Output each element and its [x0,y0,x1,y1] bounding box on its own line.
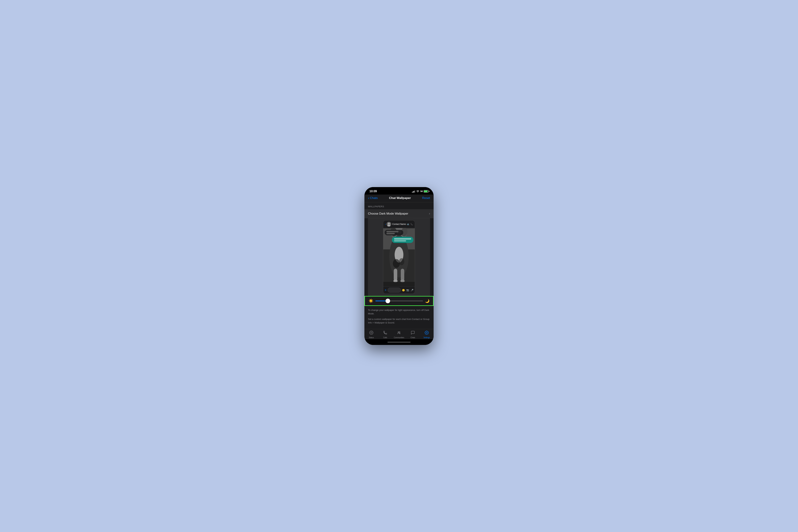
signal-icon [412,190,415,193]
sticker-icon: 🙂 [402,289,405,291]
chevron-left-icon: ‹ [368,196,369,200]
home-bar [387,342,411,343]
dark-mode-wallpaper-label: Choose Dark Mode Wallpaper [368,212,408,215]
status-bar: 10:09 94 [364,187,434,194]
info-text-section: To change your wallpaper for light appea… [364,306,434,329]
preview-contact-area: Contact Name [386,222,406,226]
microphone-icon: 🎤 [411,289,413,291]
appearance-slider[interactable] [375,301,423,301]
chats-tab-label: Chats [411,337,415,339]
tab-chats[interactable]: Chats [407,330,418,339]
slider-row: ☀️ 🌙 [368,299,430,303]
status-time: 10:09 [369,190,377,193]
communities-tab-icon [397,330,401,336]
status-tab-label: Status [369,337,374,339]
phone-icon: 📞 [411,223,413,225]
page-title: Chat Wallpaper [389,196,411,200]
svg-point-24 [370,332,372,334]
battery-icon [424,190,429,193]
received-bubble [385,230,403,235]
svg-point-25 [398,331,399,333]
home-indicator [364,339,434,345]
wallpaper-preview: ‹ Contact Name 📹 📞 [368,218,430,296]
back-button[interactable]: ‹ Chats [368,196,378,200]
chat-messages [385,230,413,243]
phone-frame: 10:09 94 [364,187,434,345]
wifi-icon [416,190,419,193]
preview-header: ‹ Contact Name 📹 📞 [383,221,415,228]
content-area: WALLPAPERS Choose Dark Mode Wallpaper › … [364,202,434,329]
back-label: Chats [370,196,378,200]
preview-contact-name: Contact Name [392,223,406,225]
preview-phone-frame: ‹ Contact Name 📹 📞 [383,220,415,294]
slider-thumb[interactable] [385,299,390,303]
sent-bubble [392,237,414,243]
reset-button[interactable]: Reset [422,196,430,200]
chats-tab-icon [411,330,415,336]
svg-rect-16 [394,269,397,281]
sun-icon: ☀️ [368,299,373,303]
preview-action-icons: 🙂 📷 🎤 [402,289,413,291]
preview-avatar [386,222,391,226]
chat-wallpaper [383,228,415,287]
svg-point-26 [399,331,400,333]
svg-point-21 [393,259,400,268]
tab-settings[interactable]: Settings [421,330,432,339]
tab-communities[interactable]: Communities [394,330,404,339]
tab-status[interactable]: Status [366,330,377,339]
svg-point-27 [426,332,427,333]
appearance-slider-section: ☀️ 🌙 [364,296,434,306]
battery-indicator: 94 [420,190,429,193]
dark-mode-wallpaper-item[interactable]: Choose Dark Mode Wallpaper › [364,209,434,218]
navigation-bar: ‹ Chats Chat Wallpaper Reset [364,194,434,202]
calls-tab-icon [383,330,387,336]
video-icon: 📹 [406,223,409,225]
tab-calls[interactable]: Calls [380,330,391,339]
plus-icon: + [385,288,386,292]
preview-call-icons: 📹 📞 [406,223,413,225]
battery-level: 94 [420,190,423,193]
svg-rect-20 [383,282,415,286]
settings-tab-icon [424,330,429,336]
wallpapers-section-header: WALLPAPERS [364,202,434,209]
svg-rect-17 [401,269,404,281]
moon-icon: 🌙 [425,299,430,303]
svg-point-22 [399,258,404,265]
preview-input-bar: + 🙂 📷 🎤 [383,287,415,294]
camera-icon: 📷 [406,289,409,291]
preview-message-input [388,288,401,292]
preview-back-icon: ‹ [385,223,386,226]
tab-bar: Status Calls Communities [364,329,434,339]
status-tab-icon [369,330,374,336]
custom-wallpaper-note: Set a custom wallpaper for each chat fro… [368,318,430,324]
calls-tab-label: Calls [383,337,387,339]
preview-body [383,228,415,287]
svg-point-1 [388,223,390,225]
status-icons: 94 [412,190,429,193]
light-mode-note: To change your wallpaper for light appea… [368,308,430,315]
settings-tab-label: Settings [423,337,430,339]
communities-tab-label: Communities [394,337,404,339]
chevron-right-icon: › [429,212,430,215]
svg-point-23 [369,331,373,335]
